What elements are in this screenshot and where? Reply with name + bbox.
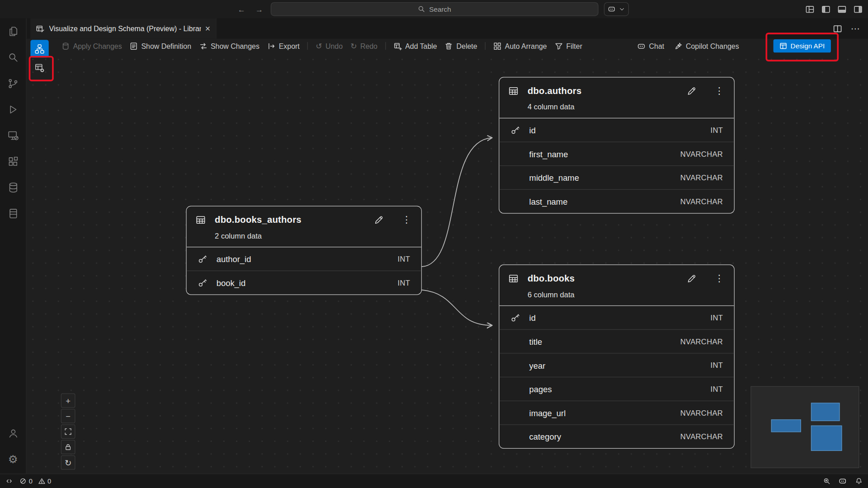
table-row[interactable]: title NVARCHAR	[499, 329, 734, 353]
primary-key-icon	[510, 125, 529, 135]
problems-indicator[interactable]: 0 0	[19, 477, 51, 485]
explorer-icon[interactable]	[6, 25, 19, 38]
auto-arrange-button[interactable]: Auto Arrange	[490, 40, 551, 52]
remote-indicator-icon[interactable]	[5, 478, 13, 485]
fit-view-button[interactable]	[61, 424, 75, 439]
redo-label: Redo	[360, 42, 377, 50]
zoom-out-button[interactable]: −	[61, 409, 75, 423]
table-card-books[interactable]: dbo.books ⋮ 6 column data id INT	[499, 264, 735, 449]
column-type: INT	[710, 126, 723, 134]
notifications-bell-icon[interactable]	[855, 478, 863, 485]
command-center-search[interactable]: Search	[271, 2, 599, 16]
apply-changes-label: Apply Changes	[73, 42, 122, 50]
undo-button[interactable]: ↺ Undo	[312, 40, 347, 52]
hierarchy-icon	[34, 43, 45, 54]
forward-arrow-icon: →	[255, 5, 263, 13]
extensions-icon[interactable]	[6, 155, 19, 168]
table-row[interactable]: category NVARCHAR	[499, 424, 734, 448]
show-changes-button[interactable]: Show Changes	[195, 40, 264, 52]
table-row[interactable]: first_name NVARCHAR	[499, 141, 734, 165]
remote-explorer-icon[interactable]	[6, 129, 19, 142]
table-row[interactable]: year INT	[499, 353, 734, 377]
table-row[interactable]: book_id INT	[187, 271, 421, 295]
history-back-button[interactable]: ←	[235, 3, 247, 15]
copilot-status-icon[interactable]	[839, 477, 847, 485]
zoom-in-button[interactable]: +	[61, 394, 75, 408]
export-label: Export	[279, 42, 300, 50]
minimap-authors-rect	[811, 403, 840, 421]
apply-changes-button[interactable]: Apply Changes	[57, 40, 126, 52]
filter-button[interactable]: Filter	[551, 40, 586, 52]
table-menu-icon[interactable]: ⋮	[715, 86, 724, 96]
tab-bar: Visualize and Design Schema (Preview) - …	[27, 18, 868, 38]
table-row[interactable]: image_url NVARCHAR	[499, 401, 734, 425]
search-sidebar-icon[interactable]	[6, 51, 19, 64]
run-debug-icon[interactable]	[6, 103, 19, 116]
table-card-authors[interactable]: dbo.authors ⋮ 4 column data id INT	[499, 77, 735, 213]
tab-schema-designer[interactable]: Visualize and Design Schema (Preview) - …	[30, 18, 216, 38]
status-bar: 0 0	[0, 474, 868, 488]
toggle-panel-button[interactable]	[838, 5, 847, 14]
source-control-icon[interactable]	[6, 77, 19, 90]
delete-button[interactable]: Delete	[441, 40, 481, 52]
redo-button[interactable]: ↻ Redo	[347, 40, 382, 52]
design-api-button[interactable]: Design API	[774, 39, 831, 52]
table-row[interactable]: id INT	[499, 306, 734, 329]
table-row[interactable]: pages INT	[499, 377, 734, 401]
table-row[interactable]: last_name NVARCHAR	[499, 189, 734, 213]
copilot-changes-button[interactable]: Copilot Changes	[670, 40, 743, 52]
column-count-label: 6 column data	[499, 284, 734, 305]
primary-key-icon	[510, 313, 529, 323]
back-arrow-icon: ←	[237, 5, 245, 13]
table-grid-icon	[508, 86, 519, 96]
table-grid-icon	[508, 273, 519, 284]
column-name: image_url	[529, 408, 566, 418]
database-apply-icon	[61, 42, 70, 50]
toggle-sidebar-left-button[interactable]	[821, 5, 830, 14]
table-settings-button[interactable]	[30, 59, 48, 76]
column-name: book_id	[217, 278, 245, 287]
table-row[interactable]: middle_name NVARCHAR	[499, 165, 734, 189]
editor-more-actions-icon[interactable]: ⋯	[851, 24, 860, 33]
edit-table-icon[interactable]	[374, 215, 384, 225]
history-forward-button[interactable]: →	[253, 3, 265, 15]
add-table-button[interactable]: Add Table	[390, 40, 441, 52]
tab-close-icon[interactable]: ×	[205, 24, 210, 33]
export-button[interactable]: Export	[263, 40, 303, 52]
add-table-label: Add Table	[405, 42, 437, 50]
column-count-label: 4 column data	[499, 96, 734, 118]
column-name: year	[529, 361, 546, 370]
toggle-sidebar-right-button[interactable]	[854, 5, 863, 14]
diagram-canvas[interactable]: dbo.books_authors ⋮ 2 column data author…	[27, 53, 868, 474]
table-card-books-authors[interactable]: dbo.books_authors ⋮ 2 column data author…	[186, 206, 422, 295]
schema-visualization-button[interactable]	[30, 40, 48, 57]
split-editor-icon[interactable]	[833, 24, 842, 33]
schema-designer-icon[interactable]	[6, 207, 19, 220]
edit-table-icon[interactable]	[686, 273, 697, 284]
lock-canvas-button[interactable]	[61, 440, 75, 454]
table-menu-icon[interactable]: ⋮	[715, 274, 724, 283]
show-definition-button[interactable]: Show Definition	[126, 40, 195, 52]
schema-designer-surface: Apply Changes Show Definition Show Chang…	[27, 39, 868, 474]
refresh-layout-button[interactable]: ↻	[61, 455, 75, 470]
table-menu-icon[interactable]: ⋮	[402, 215, 411, 225]
minimap-books-rect	[811, 426, 842, 451]
zoom-status-icon[interactable]	[823, 478, 830, 485]
chat-button[interactable]: Chat	[633, 40, 668, 52]
account-icon[interactable]	[6, 427, 19, 440]
settings-gear-icon[interactable]: ⚙	[6, 453, 19, 466]
database-icon[interactable]	[6, 181, 19, 194]
column-type: NVARCHAR	[680, 197, 723, 206]
chevron-down-icon	[619, 6, 625, 12]
table-row[interactable]: id INT	[499, 118, 734, 141]
chat-menu-button[interactable]	[604, 2, 629, 16]
show-changes-label: Show Changes	[211, 42, 259, 50]
diagram-minimap[interactable]	[750, 386, 859, 468]
toolbar-separator	[307, 42, 308, 50]
customize-layout-button[interactable]	[806, 5, 815, 14]
edit-table-icon[interactable]	[686, 86, 697, 96]
minimap-books-authors-rect	[771, 419, 801, 432]
table-name: dbo.authors	[528, 86, 581, 96]
errors-icon	[19, 478, 27, 485]
table-row[interactable]: author_id INT	[187, 247, 421, 270]
